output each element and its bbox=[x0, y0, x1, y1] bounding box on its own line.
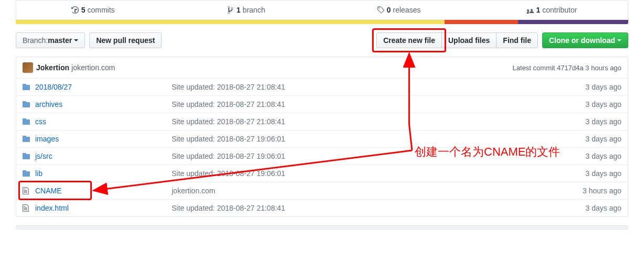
stats-releases-count: 0 bbox=[387, 6, 391, 14]
branch-name: master bbox=[48, 36, 72, 45]
folder-icon bbox=[23, 117, 31, 126]
file-age: 3 days ago bbox=[548, 204, 621, 212]
file-actions-group: Create new file Upload files Find file bbox=[376, 32, 538, 48]
language-bar[interactable] bbox=[16, 20, 628, 24]
commit-sha[interactable]: 4717d4a bbox=[557, 64, 584, 72]
find-file-button[interactable]: Find file bbox=[496, 32, 538, 48]
file-row: CNAMEjokertion.com3 hours ago bbox=[16, 182, 628, 199]
commit-meta-prefix: Latest commit bbox=[513, 64, 557, 72]
file-commit-msg[interactable]: Site updated: 2018-08-27 21:08:41 bbox=[172, 100, 548, 108]
folder-icon bbox=[23, 152, 31, 160]
file-name-link[interactable]: images bbox=[35, 135, 172, 143]
file-name-link[interactable]: index.html bbox=[35, 204, 172, 212]
people-icon bbox=[525, 6, 534, 14]
file-row: index.htmlSite updated: 2018-08-27 21:08… bbox=[16, 199, 628, 216]
file-row: libSite updated: 2018-08-27 19:06:013 da… bbox=[16, 165, 628, 182]
stats-releases-label: releases bbox=[393, 6, 421, 14]
stats-contributors-label: contributor bbox=[542, 6, 577, 14]
branch-prefix: Branch: bbox=[23, 36, 48, 45]
commit-author[interactable]: Jokertion bbox=[36, 63, 69, 72]
folder-icon bbox=[23, 169, 31, 178]
file-name-link[interactable]: css bbox=[35, 117, 172, 126]
language-segment bbox=[16, 20, 445, 24]
commit-meta: Latest commit 4717d4a 3 hours ago bbox=[513, 64, 621, 72]
stats-commits[interactable]: 5 commits bbox=[16, 1, 169, 19]
latest-commit-bar: Jokertion jokertion.com Latest commit 47… bbox=[16, 57, 628, 79]
bottom-placeholder bbox=[16, 225, 628, 230]
avatar[interactable] bbox=[23, 62, 33, 73]
file-commit-msg[interactable]: Site updated: 2018-08-27 19:06:01 bbox=[172, 135, 548, 143]
commit-time: 3 hours ago bbox=[584, 64, 621, 72]
commit-message[interactable]: jokertion.com bbox=[71, 63, 115, 72]
file-name-link[interactable]: lib bbox=[35, 169, 172, 178]
folder-icon bbox=[23, 100, 31, 108]
file-age: 3 days ago bbox=[548, 117, 621, 126]
file-age: 3 days ago bbox=[548, 83, 621, 91]
stats-branches-label: branch bbox=[242, 6, 265, 14]
file-age: 3 days ago bbox=[548, 169, 621, 178]
repo-stats-bar: 5 commits 1 branch 0 releases bbox=[16, 0, 628, 20]
file-toolbar: Branch: master New pull request Create n… bbox=[16, 32, 628, 48]
file-list: 2018/08/27Site updated: 2018-08-27 21:08… bbox=[16, 79, 628, 217]
file-age: 3 days ago bbox=[548, 152, 621, 160]
branch-icon bbox=[226, 6, 235, 14]
file-commit-msg[interactable]: Site updated: 2018-08-27 21:08:41 bbox=[172, 117, 548, 126]
tag-icon bbox=[376, 6, 385, 14]
folder-icon bbox=[23, 83, 31, 91]
stats-releases[interactable]: 0 releases bbox=[322, 1, 475, 19]
clone-label: Clone or download bbox=[549, 36, 615, 45]
file-row: imagesSite updated: 2018-08-27 19:06:013… bbox=[16, 130, 628, 147]
caret-down-icon bbox=[74, 39, 78, 41]
clone-download-button[interactable]: Clone or download bbox=[542, 32, 628, 48]
folder-icon bbox=[23, 135, 31, 143]
language-segment bbox=[518, 20, 628, 24]
file-name-link[interactable]: CNAME bbox=[35, 187, 172, 195]
history-icon bbox=[71, 6, 79, 14]
file-name-link[interactable]: 2018/08/27 bbox=[35, 83, 172, 91]
file-row: archivesSite updated: 2018-08-27 21:08:4… bbox=[16, 95, 628, 113]
new-pull-request-button[interactable]: New pull request bbox=[89, 32, 162, 48]
branch-select-button[interactable]: Branch: master bbox=[16, 32, 85, 48]
upload-files-button[interactable]: Upload files bbox=[441, 32, 497, 48]
file-row: js/srcSite updated: 2018-08-27 19:06:013… bbox=[16, 147, 628, 165]
file-age: 3 hours ago bbox=[548, 187, 621, 195]
caret-down-icon bbox=[617, 39, 621, 41]
create-file-button[interactable]: Create new file bbox=[376, 32, 442, 48]
file-age: 3 days ago bbox=[548, 100, 621, 108]
file-icon bbox=[23, 204, 31, 212]
file-name-link[interactable]: archives bbox=[35, 100, 172, 108]
file-age: 3 days ago bbox=[548, 135, 621, 143]
file-row: 2018/08/27Site updated: 2018-08-27 21:08… bbox=[16, 79, 628, 95]
file-icon bbox=[23, 187, 31, 195]
stats-branches-count: 1 bbox=[237, 6, 241, 14]
file-commit-msg[interactable]: Site updated: 2018-08-27 19:06:01 bbox=[172, 169, 548, 178]
file-commit-msg[interactable]: jokertion.com bbox=[172, 187, 548, 195]
stats-commits-label: commits bbox=[87, 6, 114, 14]
file-commit-msg[interactable]: Site updated: 2018-08-27 21:08:41 bbox=[172, 204, 548, 212]
stats-contributors[interactable]: 1 contributor bbox=[475, 1, 628, 19]
stats-contributors-count: 1 bbox=[536, 6, 540, 14]
file-commit-msg[interactable]: Site updated: 2018-08-27 21:08:41 bbox=[172, 83, 548, 91]
stats-commits-count: 5 bbox=[81, 6, 86, 14]
stats-branches[interactable]: 1 branch bbox=[169, 1, 322, 19]
file-row: cssSite updated: 2018-08-27 21:08:413 da… bbox=[16, 113, 628, 130]
file-name-link[interactable]: js/src bbox=[35, 152, 172, 160]
file-commit-msg[interactable]: Site updated: 2018-08-27 19:06:01 bbox=[172, 152, 548, 160]
language-segment bbox=[445, 20, 518, 24]
